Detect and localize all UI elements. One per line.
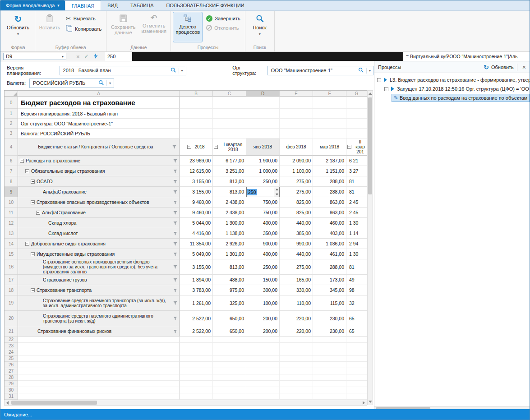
empty-cell[interactable] bbox=[213, 387, 246, 393]
empty-cell[interactable] bbox=[18, 368, 180, 374]
grid-cell[interactable]: 650,00 bbox=[213, 311, 246, 326]
empty-cell[interactable] bbox=[346, 381, 367, 387]
grid-cell[interactable]: 110,00 bbox=[280, 295, 313, 311]
grid-cell[interactable]: 813,00 bbox=[213, 259, 246, 275]
empty-cell[interactable] bbox=[346, 387, 367, 393]
empty-cell[interactable] bbox=[18, 362, 180, 368]
filter-funnel-icon[interactable] bbox=[171, 329, 179, 333]
row-header[interactable]: 25 bbox=[5, 355, 18, 362]
row-header[interactable]: 12 bbox=[5, 218, 18, 228]
row-header[interactable]: 21 bbox=[5, 326, 18, 337]
info-cell[interactable]: Валюта: РОССИЙСКИЙ РУБЛЬ bbox=[18, 129, 180, 138]
row-header[interactable]: 3 bbox=[5, 129, 18, 138]
grid-cell[interactable]: 863,00 bbox=[313, 208, 346, 218]
grid-cell[interactable]: 400,00 bbox=[246, 249, 280, 259]
undo-changes-button[interactable]: ↶ Отменить изменения bbox=[139, 12, 169, 42]
grid-cell[interactable]: 400,00 bbox=[246, 218, 280, 228]
report-title-cell[interactable]: Бюджет расходов на страхование bbox=[18, 97, 180, 109]
grid-cell[interactable]: 200,00 bbox=[246, 326, 280, 337]
row-header[interactable]: 4 bbox=[5, 138, 18, 156]
grid-cell[interactable]: 3 155,00 bbox=[180, 259, 213, 275]
grid-cell[interactable]: 250,00 bbox=[246, 176, 280, 187]
empty-cell[interactable] bbox=[346, 368, 367, 374]
empty-cell[interactable] bbox=[180, 343, 213, 349]
empty-cell[interactable] bbox=[180, 97, 213, 109]
empty-cell[interactable] bbox=[246, 109, 280, 119]
row-header[interactable]: 16 bbox=[5, 259, 18, 275]
row-header[interactable]: 1 bbox=[5, 109, 18, 119]
column-letter[interactable]: C bbox=[213, 91, 246, 97]
column-letter[interactable]: E bbox=[280, 91, 313, 97]
dimension-header-cell[interactable]: Бюджетные статьи / Контрагенты / Основны… bbox=[18, 138, 180, 156]
search-icon[interactable] bbox=[358, 67, 364, 74]
tab-tablitsa[interactable]: ТАБЛИЦА bbox=[124, 0, 160, 10]
grid-cell[interactable]: 2 45 bbox=[346, 208, 367, 218]
empty-cell[interactable] bbox=[313, 393, 346, 400]
empty-cell[interactable] bbox=[280, 97, 313, 109]
grid-cell[interactable]: 325,00 bbox=[213, 295, 246, 311]
grid-cell[interactable]: 650,00 bbox=[213, 326, 246, 337]
empty-cell[interactable] bbox=[280, 393, 313, 400]
scroll-left-icon[interactable] bbox=[5, 400, 10, 405]
row-header[interactable]: 28 bbox=[5, 374, 18, 381]
collapse-icon[interactable] bbox=[384, 87, 388, 91]
tab-glavnaya[interactable]: ГЛАВНАЯ bbox=[65, 0, 101, 10]
empty-cell[interactable] bbox=[213, 393, 246, 400]
grid-cell[interactable]: 65 bbox=[346, 326, 367, 337]
row-label-cell[interactable]: Страхование основных производственных фо… bbox=[18, 259, 180, 275]
empty-cell[interactable] bbox=[180, 393, 213, 400]
column-header-q2[interactable]: II квар 201 bbox=[346, 138, 367, 156]
empty-cell[interactable] bbox=[213, 374, 246, 381]
grid-cell[interactable]: 220,00 bbox=[280, 326, 313, 337]
row-header[interactable]: 18 bbox=[5, 285, 18, 295]
empty-cell[interactable] bbox=[346, 349, 367, 355]
grid-cell[interactable]: 100,00 bbox=[246, 295, 280, 311]
empty-cell[interactable] bbox=[346, 97, 367, 109]
collapse-icon[interactable] bbox=[25, 242, 29, 246]
row-header[interactable]: 14 bbox=[5, 239, 18, 249]
grid-cell[interactable]: 275,00 bbox=[280, 176, 313, 187]
row-header[interactable]: 22 bbox=[5, 337, 18, 343]
empty-cell[interactable] bbox=[313, 355, 346, 362]
row-header[interactable]: 7 bbox=[5, 166, 18, 176]
empty-cell[interactable] bbox=[18, 349, 180, 355]
collapse-icon[interactable] bbox=[36, 211, 40, 215]
collapse-icon[interactable] bbox=[31, 252, 35, 256]
empty-cell[interactable] bbox=[246, 368, 280, 374]
grid-cell[interactable]: 750,00 bbox=[246, 197, 280, 208]
empty-cell[interactable] bbox=[18, 374, 180, 381]
grid-cell[interactable]: 6 177,00 bbox=[213, 156, 246, 166]
cancel-icon[interactable]: × bbox=[76, 53, 80, 60]
empty-cell[interactable] bbox=[313, 119, 346, 129]
empty-cell[interactable] bbox=[18, 355, 180, 362]
empty-cell[interactable] bbox=[280, 362, 313, 368]
accept-icon[interactable]: ✓ bbox=[84, 53, 89, 60]
collapse-icon[interactable] bbox=[347, 145, 351, 149]
grid-cell[interactable]: 2 438,00 bbox=[213, 197, 246, 208]
row-header[interactable]: 11 bbox=[5, 208, 18, 218]
process-tree-button[interactable]: Дерево процессов bbox=[173, 12, 203, 42]
scrollbar-track[interactable] bbox=[10, 400, 361, 405]
empty-cell[interactable] bbox=[213, 109, 246, 119]
row-label-cell[interactable]: Добровольные виды страхования bbox=[18, 239, 180, 249]
empty-cell[interactable] bbox=[346, 355, 367, 362]
grid-cell[interactable]: 11 354,00 bbox=[180, 239, 213, 249]
scrollbar-thumb[interactable] bbox=[368, 97, 372, 194]
filter-funnel-icon[interactable] bbox=[171, 159, 179, 163]
grid-cell[interactable]: 403,00 bbox=[313, 228, 346, 239]
grid-cell[interactable]: 825,00 bbox=[280, 208, 313, 218]
grid-cell[interactable]: 2 522,00 bbox=[180, 311, 213, 326]
app-menu-button[interactable]: Форма ввода/вывода ▾ bbox=[0, 0, 65, 10]
empty-cell[interactable] bbox=[18, 393, 180, 400]
empty-cell[interactable] bbox=[180, 355, 213, 362]
empty-cell[interactable] bbox=[313, 343, 346, 349]
grid-cell[interactable]: 1 301,00 bbox=[213, 249, 246, 259]
chevron-down-icon[interactable]: ▾ bbox=[106, 80, 112, 86]
filter-funnel-icon[interactable] bbox=[171, 265, 179, 269]
empty-cell[interactable] bbox=[280, 381, 313, 387]
row-label-cell[interactable]: ОСАГО bbox=[18, 176, 180, 187]
column-header-q1[interactable]: I квартал 2018 bbox=[213, 138, 246, 156]
cell-editor-value[interactable]: 250 bbox=[247, 189, 257, 195]
empty-cell[interactable] bbox=[180, 349, 213, 355]
grid-cell[interactable]: 1 100,00 bbox=[280, 166, 313, 176]
